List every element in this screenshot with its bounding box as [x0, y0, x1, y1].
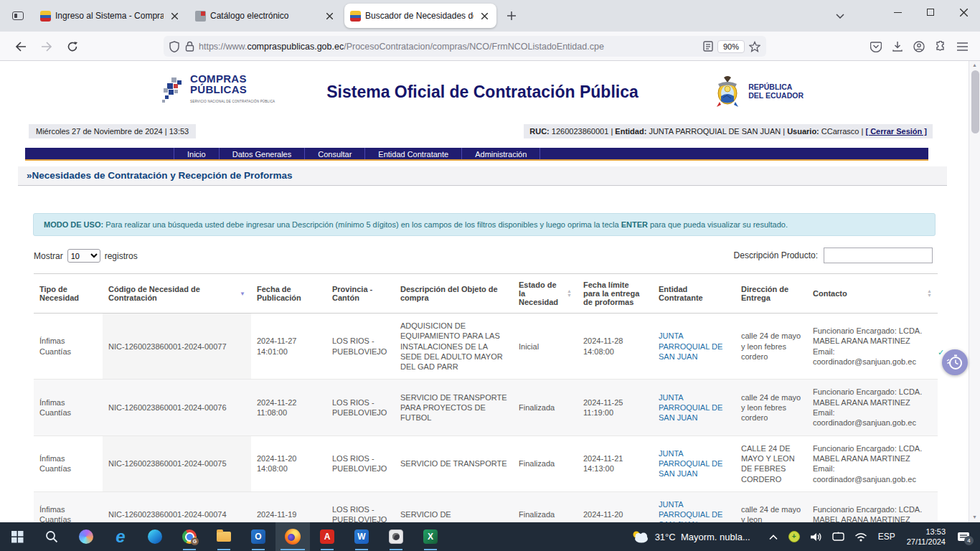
col-estado[interactable]: Estado de la Necesidad▲▼	[513, 274, 578, 314]
zoom-level-badge[interactable]: 90%	[717, 40, 745, 53]
cell-direccion: calle 24 de mayo y leon	[735, 491, 807, 522]
cell-fecha_pub: 2024-11-20 14:08:00	[251, 435, 326, 491]
copilot-icon[interactable]	[69, 522, 103, 551]
cell-entidad[interactable]: JUNTA PARROQUIAL DE SAN JUAN	[653, 435, 735, 491]
excel-icon[interactable]: X	[413, 522, 448, 551]
bookmark-star-icon[interactable]	[749, 41, 760, 52]
windows-taskbar: e G O A W X 31°C Mayorm. nubla... + ESP …	[0, 522, 980, 551]
tab-close-icon[interactable]	[478, 9, 491, 22]
logout-link[interactable]: [ Cerrar Sesión ]	[865, 127, 927, 136]
search-button[interactable]	[34, 522, 69, 551]
close-button[interactable]	[947, 0, 980, 24]
notification-center-icon[interactable]: 4	[957, 531, 970, 542]
acrobat-icon[interactable]: A	[310, 522, 344, 551]
weather-widget[interactable]: 31°C Mayorm. nubla...	[631, 529, 750, 544]
session-timer-widget[interactable]	[942, 349, 968, 375]
chrome-icon[interactable]: G	[172, 522, 207, 551]
cell-entidad[interactable]: JUNTA PARROQUIAL DE SAN JUAN	[653, 491, 735, 522]
reader-view-icon[interactable]	[703, 41, 713, 52]
cell-tipo: Ínfimas Cuantías	[34, 380, 103, 435]
section-title: »Necesidades de Contratación y Recepción…	[18, 166, 947, 186]
scrollbar-thumb[interactable]	[971, 70, 979, 133]
col-descripcion[interactable]: Descripción del Objeto de compra	[395, 274, 513, 314]
wifi-icon[interactable]	[854, 532, 867, 542]
cell-tipo: Ínfimas Cuantías	[34, 491, 103, 522]
downloads-icon[interactable]	[887, 36, 908, 57]
cell-tipo: Ínfimas Cuantías	[34, 435, 103, 491]
outlook-icon[interactable]: O	[241, 522, 275, 551]
sort-both-icon[interactable]: ▲▼	[567, 289, 572, 298]
cell-entidad[interactable]: JUNTA PARROQUIAL DE SAN JUAN	[653, 380, 735, 435]
cell-descripcion: SERVICIO DE TRANSPORTE PARA PROYECTOS DE…	[395, 380, 513, 435]
system-tray: 31°C Mayorm. nubla... + ESP 13:53 27/11/…	[631, 527, 980, 547]
cell-descripcion: ADQUISICION DE EQUIPAMIENTO PARA LAS INS…	[395, 314, 513, 380]
language-indicator[interactable]: ESP	[878, 532, 895, 542]
url-text[interactable]: https://www.compraspublicas.gob.ec/Proce…	[199, 42, 703, 52]
records-per-page-select[interactable]: 10	[67, 249, 100, 263]
tab-close-icon[interactable]	[323, 9, 336, 22]
menu-item-datos-generales[interactable]: Datos Generales	[219, 148, 305, 159]
edge-icon[interactable]	[138, 522, 172, 551]
ruc-value: 1260023860001	[552, 127, 609, 136]
col-provincia[interactable]: Provincia - Cantón	[326, 274, 395, 314]
cell-estado: Inicial	[513, 314, 578, 380]
maximize-button[interactable]	[914, 0, 947, 24]
col-entidad[interactable]: Entidad Contratante	[653, 274, 735, 314]
results-table: Tipo de Necesidad Código de Necesidad de…	[34, 273, 947, 522]
menu-hamburger-icon[interactable]	[951, 36, 973, 57]
menu-item-entidad-contratante[interactable]: Entidad Contratante	[364, 148, 461, 159]
entity-label: Entidad:	[615, 127, 646, 136]
new-tab-button[interactable]	[501, 5, 522, 27]
antivirus-tray-icon[interactable]: +	[788, 531, 800, 542]
display-cast-icon[interactable]	[832, 532, 844, 542]
capture-tool-icon[interactable]	[379, 522, 413, 551]
tracking-shield-icon[interactable]	[169, 41, 179, 52]
lock-icon[interactable]	[185, 41, 194, 52]
menu-item-administracion[interactable]: Administración	[461, 148, 540, 159]
list-all-tabs-icon[interactable]	[828, 4, 852, 28]
cell-direccion: calle 24 de mayo y leon febres cordero	[735, 380, 807, 435]
word-icon[interactable]: W	[344, 522, 379, 551]
col-codigo[interactable]: Código de Necesidad de Contratación▼	[103, 274, 251, 314]
page-scrollbar[interactable]	[969, 61, 980, 522]
col-contacto[interactable]: Contacto▲▼	[807, 274, 938, 314]
back-icon[interactable]	[10, 36, 32, 57]
col-fecha-limite[interactable]: Fecha límite para la entrega de proforma…	[578, 274, 653, 314]
account-icon[interactable]	[908, 36, 930, 57]
cell-provincia: LOS RIOS - PUEBLOVIEJO	[326, 491, 395, 522]
volume-icon[interactable]	[810, 532, 822, 542]
tab-close-icon[interactable]	[168, 9, 181, 22]
forward-icon[interactable]	[36, 36, 57, 57]
tray-chevron-up-icon[interactable]	[768, 534, 778, 540]
ecuador-coat-of-arms-icon	[712, 74, 743, 108]
table-controls: Mostrar 10 registros Descripción Product…	[32, 248, 933, 266]
ecuador-favicon-icon	[350, 11, 361, 22]
tab-catalogo[interactable]: Catálogo electrónico	[189, 4, 341, 28]
cell-codigo: NIC-1260023860001-2024-00075	[103, 435, 251, 491]
menu-item-inicio[interactable]: Inicio	[174, 148, 219, 159]
cell-fecha_limite: 2024-11-20	[578, 491, 653, 522]
col-tipo[interactable]: Tipo de Necesidad	[34, 274, 103, 314]
internet-explorer-icon[interactable]: e	[103, 522, 138, 551]
tab-buscador[interactable]: Buscador de Necesidades de Co	[344, 4, 496, 28]
sort-desc-icon[interactable]: ▼	[240, 291, 245, 297]
firefox-view-icon[interactable]	[7, 5, 29, 27]
address-bar[interactable]: https://www.compraspublicas.gob.ec/Proce…	[164, 36, 766, 57]
sort-both-icon[interactable]: ▲▼	[927, 289, 932, 298]
pocket-icon[interactable]	[865, 36, 887, 57]
minimize-button[interactable]	[881, 0, 914, 24]
file-explorer-icon[interactable]	[207, 522, 241, 551]
start-button[interactable]	[0, 522, 34, 551]
reload-icon[interactable]	[62, 36, 83, 57]
desc-filter-input[interactable]	[824, 248, 933, 263]
extensions-icon[interactable]	[930, 36, 951, 57]
tab-ingreso[interactable]: Ingreso al Sistema - Compras P	[34, 4, 187, 28]
menu-item-consultar[interactable]: Consultar	[304, 148, 364, 159]
col-fecha-publicacion[interactable]: Fecha de Publicación	[251, 274, 326, 314]
cell-direccion: CALLE 24 DE MAYO Y LEON DE FEBRES CORDER…	[735, 435, 807, 491]
clock[interactable]: 13:53 27/11/2024	[907, 527, 946, 547]
user-value: CCarrasco	[821, 127, 859, 136]
col-direccion[interactable]: Dirección de Entrega	[735, 274, 807, 314]
firefox-icon[interactable]	[275, 522, 310, 551]
cell-entidad[interactable]: JUNTA PARROQUIAL DE SAN JUAN	[653, 314, 735, 380]
